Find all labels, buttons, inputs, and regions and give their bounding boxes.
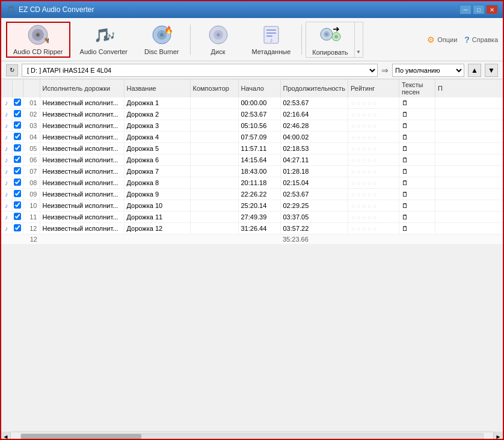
track-number: 05: [23, 143, 40, 154]
track-lyrics: 🗒: [399, 132, 435, 143]
track-row[interactable]: ♪ 01 Неизвестный исполнит... Дорожка 1 0…: [1, 97, 503, 109]
ripper-button[interactable]: 🦋 Audio CD Ripper: [6, 22, 70, 58]
col-artist-header: Исполнитель дорожки: [40, 79, 124, 97]
copy-dropdown-icon: ▼: [356, 49, 361, 55]
minimize-button[interactable]: ─: [459, 5, 472, 14]
col-num-header: [23, 79, 40, 97]
close-button[interactable]: ✕: [486, 5, 498, 14]
help-menu[interactable]: ? Справка: [464, 35, 498, 44]
horizontal-scrollbar[interactable]: ◄ ►: [1, 432, 503, 440]
track-duration: 04:27.11: [280, 154, 348, 166]
track-checkbox-cell[interactable]: [12, 143, 23, 154]
track-row[interactable]: ♪ 07 Неизвестный исполнит... Дорожка 7 1…: [1, 166, 503, 177]
track-lyrics: 🗒: [399, 200, 435, 212]
track-number: 11: [23, 212, 40, 223]
track-lyrics: 🗒: [399, 223, 435, 234]
track-row[interactable]: ♪ 12 Неизвестный исполнит... Дорожка 12 …: [1, 223, 503, 234]
track-music-icon: ♪: [1, 200, 12, 212]
converter-icon: 🎵 🎶: [93, 24, 114, 46]
track-checkbox-cell[interactable]: [12, 177, 23, 189]
scroll-thumb[interactable]: [21, 434, 141, 439]
scroll-track[interactable]: [20, 433, 484, 439]
track-checkbox-cell[interactable]: [12, 97, 23, 109]
track-title: Дорожка 6: [124, 154, 190, 166]
track-checkbox-cell[interactable]: [12, 223, 23, 234]
track-row[interactable]: ♪ 02 Неизвестный исполнит... Дорожка 2 0…: [1, 109, 503, 120]
disc-label: Диск: [211, 48, 226, 55]
track-p: [435, 143, 503, 154]
track-start: 31:26.44: [238, 223, 280, 234]
track-checkbox-cell[interactable]: [12, 189, 23, 200]
track-artist: Неизвестный исполнит...: [40, 143, 124, 154]
col-lyrics-header: Тексты песен: [399, 79, 435, 97]
track-p: [435, 154, 503, 166]
svg-text:♪: ♪: [269, 37, 272, 43]
track-checkbox-cell[interactable]: [12, 154, 23, 166]
toolbar-divider-2: [301, 25, 302, 55]
burner-button[interactable]: 🔥 Disc Burner: [137, 22, 186, 58]
track-row[interactable]: ♪ 05 Неизвестный исполнит... Дорожка 5 1…: [1, 143, 503, 154]
scroll-left-button[interactable]: ◄: [1, 432, 11, 440]
maximize-button[interactable]: □: [473, 5, 485, 14]
track-row[interactable]: ♪ 08 Неизвестный исполнит... Дорожка 8 2…: [1, 177, 503, 189]
track-total-row: 12 35:23.66: [1, 234, 503, 245]
disc-button[interactable]: Диск: [194, 22, 242, 58]
track-title: Дорожка 2: [124, 109, 190, 120]
track-rating: ☆☆☆☆☆: [348, 132, 399, 143]
total-num: 12: [23, 234, 40, 245]
track-row[interactable]: ♪ 11 Неизвестный исполнит... Дорожка 11 …: [1, 212, 503, 223]
track-lyrics: 🗒: [399, 177, 435, 189]
col-icon: [1, 79, 12, 97]
prev-nav-button[interactable]: ▲: [468, 64, 481, 77]
track-p: [435, 109, 503, 120]
track-checkbox-cell[interactable]: [12, 166, 23, 177]
track-list-container[interactable]: Исполнитель дорожки Название Композитор …: [1, 79, 503, 432]
track-checkbox-cell[interactable]: [12, 132, 23, 143]
track-row[interactable]: ♪ 09 Неизвестный исполнит... Дорожка 9 2…: [1, 189, 503, 200]
track-number: 01: [23, 97, 40, 109]
track-artist: Неизвестный исполнит...: [40, 132, 124, 143]
burner-label: Disc Burner: [144, 48, 179, 55]
scroll-right-button[interactable]: ►: [493, 432, 503, 440]
copy-dropdown-button[interactable]: ▼: [355, 22, 363, 58]
track-music-icon: ♪: [1, 109, 12, 120]
preset-select[interactable]: По умолчанию: [392, 64, 464, 77]
track-composer: [190, 200, 238, 212]
track-title: Дорожка 12: [124, 223, 190, 234]
track-p: [435, 120, 503, 132]
total-empty-1: [40, 234, 124, 245]
metadata-button[interactable]: ♪ Метаданные: [245, 22, 298, 58]
track-rating: ☆☆☆☆☆: [348, 200, 399, 212]
track-checkbox-cell[interactable]: [12, 120, 23, 132]
refresh-button[interactable]: ↻: [6, 64, 18, 76]
track-row[interactable]: ♪ 06 Неизвестный исполнит... Дорожка 6 1…: [1, 154, 503, 166]
track-number: 03: [23, 120, 40, 132]
track-number: 09: [23, 189, 40, 200]
track-row[interactable]: ♪ 10 Неизвестный исполнит... Дорожка 10 …: [1, 200, 503, 212]
drive-select[interactable]: [ D: ] ATAPI iHAS124 E 4L04: [22, 64, 378, 77]
track-checkbox-cell[interactable]: [12, 109, 23, 120]
track-row[interactable]: ♪ 04 Неизвестный исполнит... Дорожка 4 0…: [1, 132, 503, 143]
track-composer: [190, 166, 238, 177]
gear-icon: ⚙: [427, 35, 435, 44]
track-composer: [190, 189, 238, 200]
track-p: [435, 166, 503, 177]
track-checkbox-cell[interactable]: [12, 200, 23, 212]
titlebar-controls: ─ □ ✕: [459, 5, 498, 14]
converter-button[interactable]: 🎵 🎶 Audio Converter: [73, 22, 135, 58]
track-music-icon: ♪: [1, 97, 12, 109]
track-start: 00:00.00: [238, 97, 280, 109]
toolbar-options: ⚙ Опции ? Справка: [427, 35, 498, 44]
track-number: 07: [23, 166, 40, 177]
options-menu[interactable]: ⚙ Опции: [427, 35, 457, 44]
track-rating: ☆☆☆☆☆: [348, 189, 399, 200]
track-checkbox-cell[interactable]: [12, 212, 23, 223]
total-empty-3: [190, 234, 238, 245]
copy-button[interactable]: ➜ Копировать: [306, 22, 354, 58]
track-duration: 01:28.18: [280, 166, 348, 177]
track-start: 14:15.64: [238, 154, 280, 166]
total-check-cell: [12, 234, 23, 245]
next-nav-button[interactable]: ▼: [485, 64, 498, 77]
track-start: 11:57.11: [238, 143, 280, 154]
track-row[interactable]: ♪ 03 Неизвестный исполнит... Дорожка 3 0…: [1, 120, 503, 132]
